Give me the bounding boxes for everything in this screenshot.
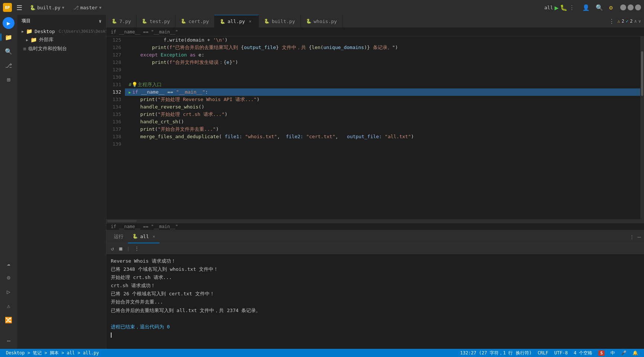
more-tool-options[interactable]: ⋮ (133, 245, 141, 252)
status-encoding[interactable]: UTF-8 (551, 350, 571, 356)
horizontal-scrollbar[interactable] (106, 219, 644, 223)
status-sonar[interactable]: S (595, 350, 608, 356)
panel-tab-close-icon[interactable]: ✕ (152, 234, 155, 239)
warning-count-1: 2 (622, 19, 624, 24)
stop-button[interactable]: ■ (117, 245, 123, 252)
vertical-scrollbar[interactable] (640, 36, 644, 219)
activity-git2[interactable]: 🔀 (2, 313, 15, 327)
editor-bottom-hint: if __name__ == "__main__" (106, 223, 644, 230)
restart-button[interactable]: ↺ (109, 245, 115, 252)
chevron-right-icon: ▶ (26, 38, 28, 42)
status-bar: Desktop > 笔记 > 脚本 > all > all.py 132:27 … (0, 349, 644, 357)
tab-more-button[interactable]: ⋮ (606, 18, 618, 25)
panel-tab-all[interactable]: 🐍 all ✕ (128, 230, 160, 243)
tab-7py[interactable]: 🐍 7.py (106, 15, 136, 28)
activity-git[interactable]: ⎇ (2, 59, 15, 72)
activity-bar: ▶ 📁 🔍 ⎇ ⊞ ☁ ⊙ ▷ ⚠ 🔀 ⋯ (0, 15, 17, 349)
folder-icon: 📁 (26, 28, 32, 34)
activity-run-button[interactable]: ▶ (2, 16, 15, 30)
status-breadcrumb-text: Desktop > 笔记 > 脚本 > all > all.py (6, 350, 99, 356)
panel-more-options[interactable]: ⋮ (629, 234, 634, 240)
code-line-136: handle_crt_sh() (129, 118, 644, 126)
tab-testpy[interactable]: 🐍 test.py (136, 15, 176, 28)
status-breadcrumb[interactable]: Desktop > 笔记 > 脚本 > all > all.py (3, 350, 102, 356)
panel-tab-icon: 🐍 (132, 234, 138, 239)
code-line-131: #💡主程序入口 (129, 81, 644, 88)
activity-more[interactable]: ⋯ (2, 334, 15, 347)
code-line-130 (129, 74, 644, 81)
bell-icon: 🔔 (632, 350, 638, 356)
settings-icon[interactable]: ⚙ (608, 3, 614, 13)
sidebar-item-external-libs[interactable]: ▶ 📁 外部库 (17, 35, 106, 44)
output-line-1: Reverse Whois 请求成功！ (111, 257, 640, 265)
code-content[interactable]: f.write(domain + '\n') print(f"已将合并后的去重结… (125, 36, 644, 219)
tab-close-allpy[interactable]: ✕ (247, 19, 253, 25)
status-position[interactable]: 132:27 (27 字符，1 行 换行符) (457, 350, 535, 356)
status-lang[interactable]: 中 (608, 350, 618, 356)
output-line-5: 已将 26 个根域名写入到 cert.txt 文件中！ (111, 290, 640, 298)
panel-controls: ⋮ — (629, 233, 641, 240)
panel-output[interactable]: Reverse Whois 请求成功！ 已将 2348 个域名写入到 whois… (106, 254, 644, 349)
code-scroll-area[interactable]: 125 126 127 128 129 130 131 132 133 134 … (106, 36, 644, 219)
sidebar-path-desktop: C:\Users\30615\Desktop (59, 29, 113, 34)
output-line-3: 开始处理 crt.sh 请求... (111, 273, 640, 282)
activity-deploy[interactable]: ☁ (2, 257, 15, 270)
maximize-button[interactable]: □ (628, 4, 634, 10)
code-editor[interactable]: 125 126 127 128 129 130 131 132 133 134 … (106, 36, 644, 230)
code-line-137: print("开始合并文件并去重...") (129, 126, 644, 133)
sidebar-header-options[interactable]: ∨ (99, 19, 102, 24)
panel-tab-run[interactable]: 运行 (109, 230, 128, 243)
minimize-button[interactable]: — (620, 4, 626, 10)
microphone-icon: 🎤 (621, 350, 627, 356)
run-config-label: all (544, 5, 553, 10)
panel-minimize-icon[interactable]: — (637, 233, 641, 240)
close-button[interactable]: ✕ (635, 4, 641, 10)
profile-icon[interactable]: 👤 (581, 3, 591, 13)
tab-bar: 🐍 7.py 🐍 test.py 🐍 cert.py 🐍 all.py ✕ 🐍 … (106, 15, 644, 28)
activity-layers[interactable]: ⊙ (2, 271, 15, 284)
collapse-up-icon[interactable]: ∧ (634, 19, 637, 24)
code-line-132: ▶ if __name__ == "__main__": (125, 88, 640, 96)
output-cursor-line (111, 331, 640, 339)
editor-hint-text: if __name__ == "__main__" (111, 224, 178, 229)
tab-certpy[interactable]: 🐍 cert.py (176, 15, 215, 28)
branch-selector[interactable]: ⎇ master ▼ (70, 3, 104, 12)
run-button[interactable]: ▶ (555, 4, 559, 12)
activity-run2[interactable]: ▷ (2, 285, 15, 298)
status-indent[interactable]: 4 个空格 (571, 350, 595, 356)
exit-link[interactable]: 进程已结束，退出代码为 (111, 324, 167, 330)
activity-alert[interactable]: ⚠ (2, 299, 15, 312)
activity-search[interactable]: 🔍 (2, 45, 15, 58)
status-indent-text: 4 个空格 (574, 350, 592, 356)
status-encoding-text: UTF-8 (554, 350, 568, 356)
sidebar-item-temp[interactable]: ≡ 临时文件和控制台 (17, 44, 106, 53)
project-selector[interactable]: 🐍 built.py ▼ (27, 3, 67, 12)
status-mic[interactable]: 🎤 (618, 350, 629, 356)
output-line-empty (111, 315, 640, 323)
debug-button[interactable]: 🐛 (560, 4, 567, 11)
search-icon[interactable]: 🔍 (594, 3, 605, 13)
scrollbar-thumb[interactable] (641, 51, 643, 96)
h-scrollbar-thumb[interactable] (107, 220, 137, 222)
status-line-ending[interactable]: CRLF (535, 350, 551, 356)
activity-extensions[interactable]: ⊞ (2, 73, 15, 86)
sidebar-label-external: 外部库 (39, 36, 54, 43)
run-indicator[interactable]: ▶ (129, 90, 131, 95)
tab-builtpy[interactable]: 🐍 built.py (259, 15, 301, 28)
tab-whoispy[interactable]: 🐍 whois.py (301, 15, 343, 28)
more-run-options[interactable]: ⋮ (569, 4, 575, 11)
sidebar-label-temp: 临时文件和控制台 (28, 45, 67, 52)
output-line-2: 已将 2348 个域名写入到 whois.txt 文件中！ (111, 265, 640, 273)
status-crlf-text: CRLF (538, 350, 548, 356)
code-line-139 (129, 140, 644, 148)
menu-button[interactable]: ☰ (15, 2, 24, 13)
chevron-down-icon: ▶ (22, 29, 24, 33)
activity-explorer[interactable]: 📁 (2, 30, 15, 44)
titlebar: BP ☰ 🐍 built.py ▼ ⎇ master ▼ all ▶ 🐛 ⋮ 👤… (0, 0, 644, 15)
status-lang-text: 中 (611, 350, 615, 356)
tab-allpy[interactable]: 🐍 all.py ✕ (215, 15, 259, 28)
status-notifications[interactable]: 🔔 (629, 350, 641, 356)
collapse-down-icon[interactable]: ∨ (638, 19, 641, 24)
sidebar-item-desktop[interactable]: ▶ 📁 Desktop C:\Users\30615\Desktop (17, 27, 106, 35)
branch-icon: ⎇ (73, 5, 79, 10)
